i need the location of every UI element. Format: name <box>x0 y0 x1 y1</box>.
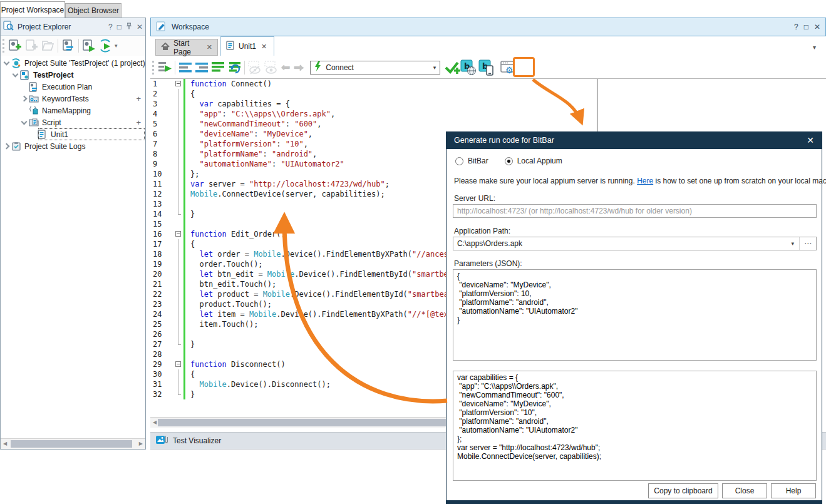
navigate-back-icon[interactable]: ⬅ <box>281 61 290 74</box>
run-project-suite-button[interactable] <box>97 38 113 54</box>
project-tree-hscrollbar[interactable]: ◀ ▶ <box>1 438 145 449</box>
code-line-3[interactable]: 3 var capabilities = { <box>150 99 826 109</box>
fold-column[interactable] <box>174 99 183 109</box>
organize-execution-plan-button[interactable] <box>60 38 76 54</box>
fold-column[interactable] <box>174 129 183 139</box>
fold-column[interactable] <box>174 379 183 389</box>
tab-unit1[interactable]: Unit1 ✕ <box>220 36 274 56</box>
server-url-input[interactable] <box>453 205 816 217</box>
collapse-region-icon[interactable] <box>175 81 181 86</box>
close-button[interactable]: Close <box>722 483 767 498</box>
open-item-button[interactable] <box>39 38 56 54</box>
fold-column[interactable] <box>174 199 183 209</box>
add-new-project-button[interactable] <box>7 38 23 54</box>
generated-code-textarea[interactable]: var capabilities = { "app": "C:\\apps\\O… <box>453 371 817 481</box>
fold-column[interactable] <box>174 319 183 329</box>
tree-item-namemapping[interactable]: NameMapping <box>1 105 145 116</box>
maximize-icon[interactable]: □ <box>117 23 121 31</box>
generate-bitbar-run-code-button[interactable]: b <box>478 59 495 76</box>
tree-item-project-suite-logs[interactable]: Project Suite Logs <box>1 140 145 152</box>
fold-column[interactable] <box>174 169 183 179</box>
run-project-button[interactable] <box>81 38 97 54</box>
help-icon[interactable]: ? <box>108 23 113 31</box>
enable-code-completion-button[interactable] <box>263 59 279 76</box>
scroll-right-icon[interactable]: ▶ <box>139 441 143 446</box>
fold-column[interactable] <box>174 139 183 149</box>
tree-item-project-suite-testproject-1-project[interactable]: Project Suite 'TestProject' (1 project) <box>1 57 145 69</box>
close-icon[interactable]: ✕ <box>807 135 814 145</box>
tab-list-caret-icon[interactable]: ▾ <box>813 44 816 51</box>
expander-open-icon[interactable] <box>13 71 19 77</box>
fold-column[interactable] <box>174 249 183 259</box>
add-item-plus-icon[interactable]: + <box>136 118 141 127</box>
chevron-down-icon[interactable]: ▾ <box>791 240 799 247</box>
run-on-bitbar-cloud-button[interactable]: b <box>460 59 477 76</box>
scrollbar-thumb[interactable] <box>11 440 132 448</box>
collapse-region-icon[interactable] <box>175 361 181 367</box>
fold-column[interactable] <box>174 279 183 289</box>
scroll-left-icon[interactable]: ◀ <box>3 441 7 446</box>
tab-project-workspace[interactable]: Project Workspace <box>0 1 65 18</box>
outdent-lines-button[interactable] <box>177 59 194 76</box>
expander-closed-icon[interactable] <box>21 96 28 102</box>
fold-column[interactable] <box>174 389 183 399</box>
help-icon[interactable]: ? <box>794 23 798 31</box>
browse-button[interactable]: ⋯ <box>799 237 816 250</box>
tree-item-script[interactable]: Script+ <box>1 116 145 128</box>
here-link[interactable]: Here <box>637 177 653 185</box>
comment-lines-button[interactable] <box>210 59 226 76</box>
fold-column[interactable] <box>174 109 183 119</box>
radio-bitbar[interactable]: BitBar <box>455 157 488 165</box>
code-line-5[interactable]: 5 "newCommandTimeout": "600", <box>150 119 826 129</box>
run-current-routine-button[interactable] <box>157 59 173 76</box>
fold-column[interactable] <box>174 229 183 239</box>
indent-lines-button[interactable] <box>194 59 210 76</box>
fold-column[interactable] <box>174 269 183 279</box>
run-options-caret-icon[interactable]: ▾ <box>115 43 118 49</box>
fold-column[interactable] <box>174 309 183 319</box>
fold-column[interactable] <box>174 89 183 99</box>
copy-to-clipboard-button[interactable]: Copy to clipboard <box>648 483 718 498</box>
routine-select-dropdown[interactable]: Connect ▾ <box>310 61 440 75</box>
expander-open-icon[interactable] <box>4 59 10 65</box>
tree-item-unit1[interactable]: Unit1 <box>1 128 145 140</box>
validate-code-button[interactable] <box>444 59 460 76</box>
toolbar-grip[interactable] <box>3 39 4 53</box>
help-button[interactable]: Help <box>771 483 816 498</box>
code-line-4[interactable]: 4 "app": "C:\\apps\\Orders.apk", <box>150 109 826 119</box>
disable-code-completion-button[interactable] <box>247 59 263 76</box>
dialog-titlebar[interactable]: Generate run code for BitBar ✕ <box>447 131 822 149</box>
fold-column[interactable] <box>174 259 183 269</box>
add-new-item-button[interactable] <box>23 38 39 54</box>
fold-column[interactable] <box>174 289 183 299</box>
tree-item-execution-plan[interactable]: Execution Plan <box>1 81 145 93</box>
close-icon[interactable]: ✕ <box>814 23 820 31</box>
tab-object-browser[interactable]: Object Browser <box>65 3 121 18</box>
add-item-plus-icon[interactable]: + <box>136 94 141 103</box>
fold-column[interactable] <box>174 149 183 159</box>
scroll-left-icon[interactable]: ◀ <box>153 419 157 425</box>
fold-column[interactable] <box>174 369 183 379</box>
close-tab-icon[interactable]: ✕ <box>207 43 212 51</box>
fold-column[interactable] <box>174 339 183 349</box>
fold-column[interactable] <box>174 359 183 369</box>
close-tab-icon[interactable]: ✕ <box>261 43 267 51</box>
toolbar-grip[interactable] <box>152 61 154 75</box>
tree-item-testproject[interactable]: TestProject <box>1 69 145 81</box>
fold-column[interactable] <box>174 239 183 249</box>
fold-column[interactable] <box>174 159 183 169</box>
expander-open-icon[interactable] <box>21 118 28 125</box>
fold-column[interactable] <box>174 349 183 359</box>
fold-column[interactable] <box>174 209 183 219</box>
parameters-json-textarea[interactable]: { "deviceName": "MyDevice", "platformVer… <box>453 269 817 361</box>
rollback-changes-button[interactable] <box>226 59 242 76</box>
close-icon[interactable]: ✕ <box>137 23 143 31</box>
fold-column[interactable] <box>174 329 183 339</box>
fold-column[interactable] <box>174 119 183 129</box>
radio-local-appium[interactable]: Local Appium <box>505 157 562 165</box>
tree-item-keywordtests[interactable]: KeywordTests+ <box>1 93 145 105</box>
code-line-1[interactable]: 1function Connect() <box>150 79 826 89</box>
expander-closed-icon[interactable] <box>4 143 10 150</box>
code-line-2[interactable]: 2{ <box>150 89 826 99</box>
fold-column[interactable] <box>174 219 183 229</box>
